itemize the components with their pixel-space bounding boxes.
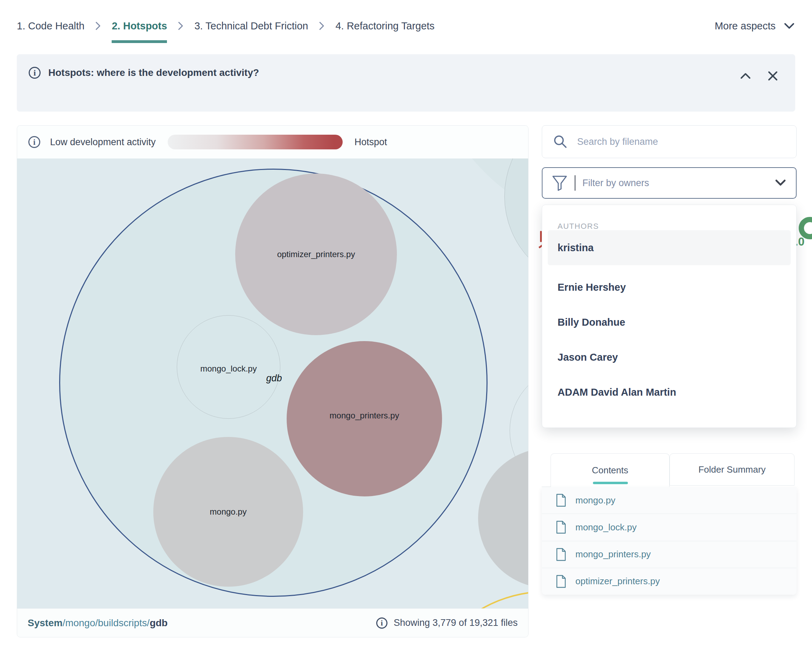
authors-group-header: AUTHORS <box>557 222 599 231</box>
hotspot-legend: i Low development activity Hotspot <box>17 126 528 158</box>
file-icon <box>556 548 566 561</box>
folder-contents-list: mongo.py mongo_lock.py mongo_printers.py… <box>542 487 797 595</box>
chevron-down-icon[interactable] <box>774 179 787 187</box>
circle-packing-map[interactable]: optimizer_printers.py mongo_lock.py gdb … <box>17 158 528 608</box>
tab-contents[interactable]: Contents <box>551 454 670 487</box>
search-icon <box>553 134 568 149</box>
search-input[interactable] <box>577 137 786 147</box>
chevron-down-icon <box>783 22 795 30</box>
circle-label-mongo-lock: mongo_lock.py <box>200 364 256 374</box>
legend-hotspot-label: Hotspot <box>354 137 387 148</box>
owner-filter <box>542 167 797 199</box>
more-aspects-menu[interactable]: More aspects <box>715 15 795 37</box>
neighbor-file-circle[interactable] <box>478 448 528 588</box>
author-option-jason-carey[interactable]: Jason Carey <box>548 340 791 374</box>
path-folders[interactable]: /mongo/buildscripts/ <box>63 618 150 628</box>
analysis-step-nav: 1. Code Health 2. Hotspots 3. Technical … <box>17 15 795 37</box>
activity-gradient-bar <box>168 135 343 149</box>
tab-folder-summary[interactable]: Folder Summary <box>670 454 795 486</box>
file-name: mongo_printers.py <box>575 549 651 560</box>
nav-step-technical-debt-friction[interactable]: 3. Technical Debt Friction <box>194 20 308 32</box>
author-option-adam-david-alan-martin[interactable]: ADAM David Alan Martin <box>548 374 791 409</box>
path-system[interactable]: System <box>27 618 63 628</box>
filename-search <box>542 125 797 158</box>
files-shown-text: Showing 3,779 of 19,321 files <box>394 618 517 628</box>
files-shown-status: i Showing 3,779 of 19,321 files <box>376 618 517 629</box>
author-option-billy-donahue[interactable]: Billy Donahue <box>548 305 791 340</box>
owner-filter-input[interactable] <box>582 178 767 189</box>
breadcrumb-path: System/mongo/buildscripts/gdb <box>27 618 168 629</box>
neighbor-file-circle[interactable] <box>504 158 528 287</box>
owners-dropdown: AUTHORS kristina Ernie Hershey Billy Don… <box>542 205 797 428</box>
circle-label-mongo: mongo.py <box>210 507 246 517</box>
author-option-kristina[interactable]: kristina <box>548 230 791 265</box>
text-caret <box>575 175 575 191</box>
filter-funnel-icon <box>552 174 568 192</box>
hotspot-map-panel: i Low development activity Hotspot optim… <box>17 125 528 638</box>
nav-step-hotspots[interactable]: 2. Hotspots <box>111 20 167 32</box>
codescene-hotspots-screen: 1. Code Health 2. Hotspots 3. Technical … <box>0 0 812 650</box>
close-banner-icon[interactable] <box>766 69 780 83</box>
info-icon: i <box>28 136 40 148</box>
folder-label-gdb: gdb <box>266 373 282 384</box>
file-row-optimizer-printers[interactable]: optimizer_printers.py <box>542 568 797 595</box>
file-row-mongo[interactable]: mongo.py <box>542 487 797 513</box>
hotspots-info-banner: i Hotspots: where is the development act… <box>17 54 795 112</box>
collapse-banner-icon[interactable] <box>739 69 752 83</box>
chevron-right-icon <box>177 20 184 32</box>
path-current-folder: gdb <box>150 618 168 628</box>
map-footer: System/mongo/buildscripts/gdb i Showing … <box>17 608 528 637</box>
more-aspects-label: More aspects <box>715 20 775 32</box>
banner-title: Hotspots: where is the development activ… <box>48 67 259 78</box>
author-option-ernie-hershey[interactable]: Ernie Hershey <box>548 270 791 305</box>
file-row-mongo-printers[interactable]: mongo_printers.py <box>542 541 797 568</box>
file-icon <box>556 575 566 588</box>
circle-label-mongo-printers: mongo_printers.py <box>330 411 399 420</box>
file-row-mongo-lock[interactable]: mongo_lock.py <box>542 513 797 540</box>
chevron-right-icon <box>95 20 101 32</box>
nav-step-code-health[interactable]: 1. Code Health <box>17 20 84 32</box>
file-icon <box>556 494 566 507</box>
info-icon: i <box>376 618 388 629</box>
neighbor-folder-circle-yellow[interactable] <box>416 591 528 608</box>
file-name: mongo.py <box>575 495 615 506</box>
info-icon: i <box>29 67 41 79</box>
legend-low-label: Low development activity <box>50 137 156 148</box>
chevron-right-icon <box>319 20 325 32</box>
circle-label-optimizer-printers: optimizer_printers.py <box>277 250 355 259</box>
file-icon <box>556 521 566 534</box>
file-name: mongo_lock.py <box>575 522 636 533</box>
nav-step-refactoring-targets[interactable]: 4. Refactoring Targets <box>335 20 434 32</box>
file-name: optimizer_printers.py <box>575 576 660 587</box>
